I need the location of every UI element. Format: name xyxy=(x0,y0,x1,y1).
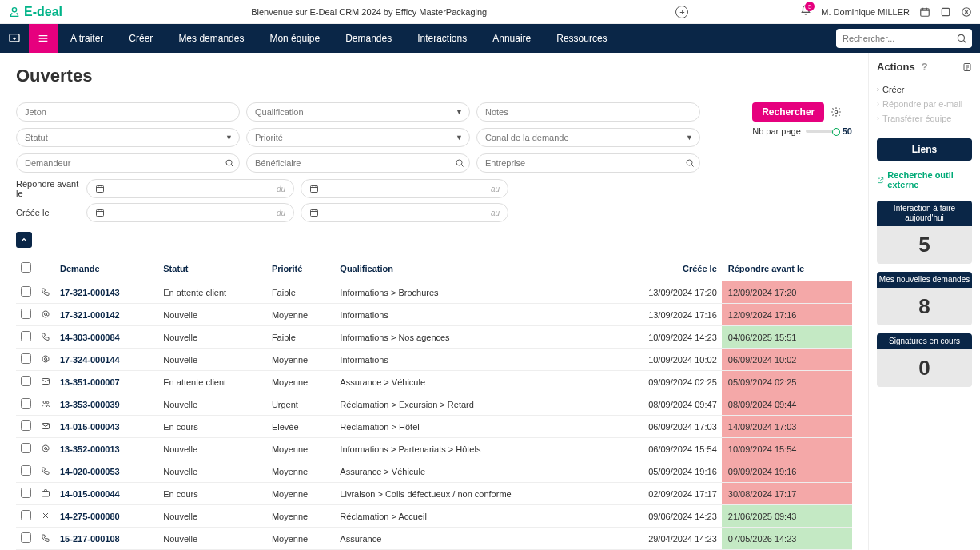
request-ref[interactable]: 15-217-000108 xyxy=(55,528,158,550)
request-repondre: 09/09/2024 19:16 xyxy=(722,460,852,483)
brand-text: E-deal xyxy=(24,5,62,19)
request-repondre: 12/09/2024 17:20 xyxy=(722,281,852,304)
request-ref[interactable]: 17-321-000142 xyxy=(55,304,158,326)
nav-items: A traiter Créer Mes demandes Mon équipe … xyxy=(58,24,828,53)
filter-statut[interactable]: ▼ xyxy=(16,128,240,147)
request-creee: 06/09/2024 17:03 xyxy=(605,416,722,438)
stat-card[interactable]: Signatures en cours0 xyxy=(877,333,972,387)
request-ref[interactable]: 14-275-000080 xyxy=(55,505,158,528)
export-icon[interactable] xyxy=(962,62,972,72)
request-ref[interactable]: 14-015-000044 xyxy=(55,483,158,505)
calendar-icon[interactable] xyxy=(919,6,930,18)
per-page-slider[interactable] xyxy=(806,130,838,133)
nav-ressources[interactable]: Ressources xyxy=(544,24,619,53)
row-checkbox[interactable] xyxy=(21,286,31,297)
col-repondre[interactable]: Répondre avant le xyxy=(722,256,852,281)
nav-creer[interactable]: Créer xyxy=(116,24,165,53)
nav-a-traiter[interactable]: A traiter xyxy=(58,24,116,53)
request-ref[interactable]: 17-324-000144 xyxy=(55,349,158,371)
row-checkbox[interactable] xyxy=(21,331,31,341)
action-creer[interactable]: ›Créer xyxy=(877,82,972,97)
channel-icon xyxy=(36,483,55,505)
side-title: Actions xyxy=(877,61,915,73)
close-icon[interactable] xyxy=(961,6,972,18)
row-checkbox[interactable] xyxy=(21,353,31,364)
channel-icon xyxy=(36,326,55,349)
menu-button[interactable] xyxy=(29,24,58,53)
gear-icon[interactable] xyxy=(831,106,842,118)
creee-from[interactable]: du xyxy=(86,203,294,222)
filter-demandeur[interactable] xyxy=(16,153,240,173)
request-creee: 02/09/2024 17:17 xyxy=(605,483,722,505)
request-ref[interactable]: 14-015-000043 xyxy=(55,416,158,438)
brand-logo[interactable]: E-deal xyxy=(8,5,62,19)
compose-button[interactable] xyxy=(0,24,29,53)
request-repondre: 21/06/2025 09:43 xyxy=(722,505,852,528)
request-ref[interactable]: 17-321-000143 xyxy=(55,281,158,304)
calendar-icon xyxy=(309,208,319,217)
row-checkbox[interactable] xyxy=(21,465,31,476)
col-statut[interactable]: Statut xyxy=(158,256,267,281)
request-qualification: Informations > Partenariats > Hôtels xyxy=(335,438,605,460)
collapse-filters-button[interactable] xyxy=(16,232,32,248)
col-creee[interactable]: Créée le xyxy=(605,256,722,281)
request-ref[interactable]: 13-353-000039 xyxy=(55,393,158,416)
filter-notes[interactable] xyxy=(476,102,700,122)
stat-card[interactable]: Mes nouvelles demandes8 xyxy=(877,272,972,325)
chevron-up-icon xyxy=(20,236,28,244)
row-checkbox[interactable] xyxy=(21,488,31,498)
row-checkbox[interactable] xyxy=(21,398,31,409)
window-icon[interactable] xyxy=(940,6,951,18)
request-ref[interactable]: 13-351-000007 xyxy=(55,371,158,393)
channel-icon xyxy=(36,460,55,483)
table-row: 17-321-000142NouvelleMoyenneInformations… xyxy=(16,304,852,326)
liens-button[interactable]: Liens xyxy=(877,138,972,161)
svg-point-7 xyxy=(456,160,462,165)
row-checkbox[interactable] xyxy=(21,309,31,319)
row-checkbox[interactable] xyxy=(21,443,31,453)
table-row: 13-351-000007En attente clientMoyenneAss… xyxy=(16,371,852,393)
external-search-link[interactable]: Recherche outil externe xyxy=(877,165,972,201)
request-ref[interactable]: 14-303-000084 xyxy=(55,326,158,349)
row-checkbox[interactable] xyxy=(21,510,31,520)
add-button[interactable]: + xyxy=(675,6,688,18)
action-repondre-mail: ›Répondre par e-mail xyxy=(877,97,972,111)
row-checkbox[interactable] xyxy=(21,532,31,543)
stat-title: Mes nouvelles demandes xyxy=(877,272,972,288)
repondre-from[interactable]: du xyxy=(86,179,294,198)
col-qualification[interactable]: Qualification xyxy=(335,256,605,281)
filter-priorite[interactable]: ▼ xyxy=(246,128,470,147)
nav-demandes[interactable]: Demandes xyxy=(333,24,404,53)
row-checkbox[interactable] xyxy=(21,420,31,431)
channel-icon xyxy=(36,416,55,438)
stat-card[interactable]: Interaction à faire aujourd'hui5 xyxy=(877,201,972,264)
notifications-button[interactable]: 5 xyxy=(800,5,811,18)
request-qualification: Informations > Nos agences xyxy=(335,326,605,349)
nav-annuaire[interactable]: Annuaire xyxy=(480,24,544,53)
creee-to[interactable]: au xyxy=(301,203,508,222)
request-ref[interactable]: 13-352-000013 xyxy=(55,438,158,460)
request-ref[interactable]: 14-020-000053 xyxy=(55,460,158,483)
filter-jeton[interactable] xyxy=(16,102,240,122)
global-search[interactable] xyxy=(836,29,972,48)
filter-qualification[interactable]: ▼ xyxy=(246,102,470,122)
row-checkbox[interactable] xyxy=(21,376,31,386)
nav-mes-demandes[interactable]: Mes demandes xyxy=(165,24,257,53)
nav-mon-equipe[interactable]: Mon équipe xyxy=(257,24,333,53)
filter-canal[interactable]: ▼ xyxy=(476,128,700,147)
request-qualification: Réclamation > Hôtel xyxy=(335,416,605,438)
global-search-input[interactable] xyxy=(836,29,972,48)
help-icon[interactable]: ? xyxy=(922,61,928,73)
user-name[interactable]: M. Dominique MILLER xyxy=(821,7,910,17)
channel-icon xyxy=(36,528,55,550)
nav-interactions[interactable]: Interactions xyxy=(404,24,480,53)
repondre-to[interactable]: au xyxy=(301,179,508,198)
stat-title: Interaction à faire aujourd'hui xyxy=(877,201,972,226)
search-button[interactable]: Rechercher xyxy=(752,102,824,122)
col-priorite[interactable]: Priorité xyxy=(267,256,335,281)
filter-beneficiaire[interactable] xyxy=(246,153,470,173)
select-all-checkbox[interactable] xyxy=(21,262,31,273)
table-row: 14-303-000084NouvelleFaibleInformations … xyxy=(16,326,852,349)
col-demande[interactable]: Demande xyxy=(55,256,158,281)
filter-entreprise[interactable] xyxy=(476,153,700,173)
